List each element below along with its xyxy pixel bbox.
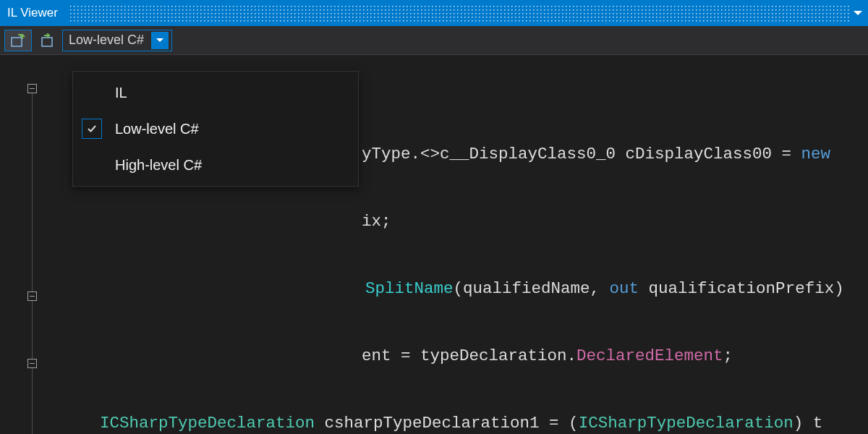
menu-item-high-level-csharp[interactable]: High-level C#: [73, 147, 358, 183]
panel-title: IL Viewer: [7, 6, 58, 20]
decompiler-mode-dropdown[interactable]: Low-level C#: [62, 30, 172, 51]
code-line: ICSharpTypeDeclaration csharpTypeDeclara…: [43, 412, 868, 434]
gutter: [0, 55, 43, 434]
check-icon: [82, 119, 102, 139]
code-line: ix;: [43, 210, 868, 233]
fold-toggle[interactable]: [27, 292, 37, 301]
fold-guide: [32, 84, 33, 434]
check-icon: [82, 82, 102, 103]
decompiler-mode-menu: IL Low-level C# High-level C#: [72, 71, 359, 187]
export-icon: [38, 33, 56, 48]
fold-toggle[interactable]: [27, 359, 37, 368]
dropdown-arrow-icon: [151, 32, 169, 49]
refresh-button[interactable]: [4, 30, 32, 51]
code-line: SplitName(qualifiedName, out qualificati…: [43, 278, 868, 300]
title-grip[interactable]: [69, 4, 849, 22]
check-icon: [82, 155, 102, 175]
toolbar: Low-level C#: [0, 26, 868, 55]
dropdown-label: Low-level C#: [69, 33, 144, 48]
menu-item-label: IL: [115, 85, 127, 101]
menu-item-low-level-csharp[interactable]: Low-level C#: [73, 111, 358, 147]
fold-toggle[interactable]: [27, 84, 37, 93]
code-line: ent = typeDeclaration.DeclaredElement;: [43, 345, 868, 367]
menu-item-label: High-level C#: [115, 157, 202, 174]
collapse-arrow-icon[interactable]: [854, 11, 862, 15]
menu-item-label: Low-level C#: [115, 121, 199, 137]
refresh-icon: [9, 33, 27, 48]
title-bar: IL Viewer: [0, 0, 868, 26]
menu-item-il[interactable]: IL: [73, 75, 358, 111]
export-button[interactable]: [33, 30, 61, 51]
svg-rect-0: [12, 38, 22, 46]
svg-rect-1: [42, 38, 52, 46]
